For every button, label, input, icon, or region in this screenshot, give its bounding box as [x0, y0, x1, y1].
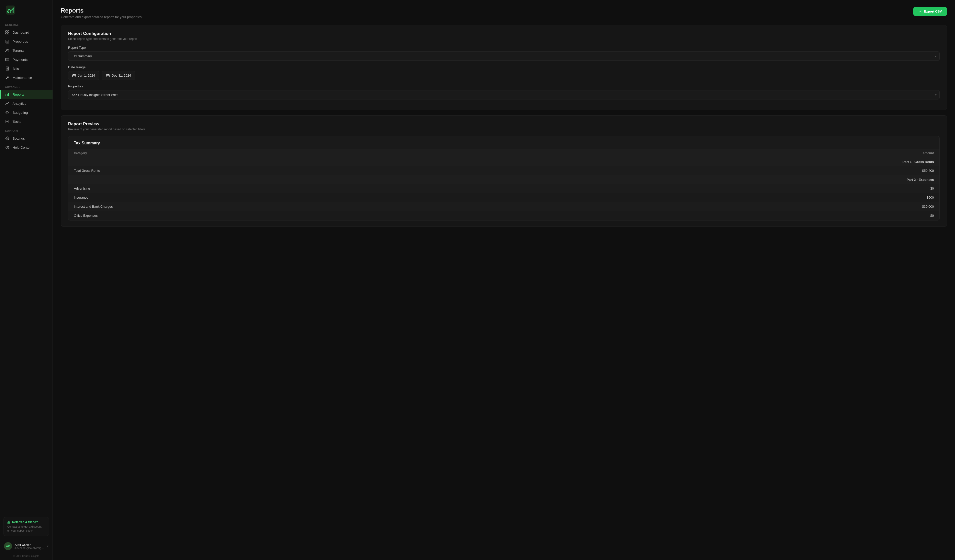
- sidebar-item-label: Maintenance: [13, 76, 32, 80]
- wrench-icon: [5, 75, 9, 80]
- main-content: Reports Generate and export detailed rep…: [53, 0, 955, 560]
- table-row: Insurance $600: [68, 193, 939, 202]
- row-amount: $0: [666, 184, 939, 193]
- properties-select[interactable]: 565 Hously Insights Street West All Prop…: [68, 90, 940, 100]
- svg-point-28: [7, 138, 8, 139]
- piggy-icon: [5, 110, 9, 115]
- check-square-icon: [5, 119, 9, 124]
- referral-box: Referred a friend? Contact us to get a d…: [3, 517, 49, 536]
- sidebar-item-label: Dashboard: [13, 31, 29, 34]
- referral-title: Referred a friend?: [7, 520, 45, 524]
- svg-point-26: [6, 112, 7, 112]
- sidebar-item-label: Reports: [13, 93, 24, 97]
- row-category: Interest and Bank Charges: [68, 202, 666, 211]
- sidebar-item-tenants[interactable]: Tenants: [0, 46, 53, 55]
- svg-rect-3: [13, 9, 14, 13]
- svg-rect-2: [10, 10, 11, 13]
- svg-rect-7: [8, 33, 9, 34]
- sidebar-item-maintenance[interactable]: Maintenance: [0, 73, 53, 82]
- row-amount: $50,400: [666, 166, 939, 175]
- sidebar-item-label: Settings: [13, 137, 25, 140]
- support-section-label: SUPPORT: [0, 126, 53, 134]
- sidebar-item-help[interactable]: Help Center: [0, 143, 53, 152]
- receipt-icon: [5, 66, 9, 71]
- building-icon: [5, 39, 9, 44]
- calendar-icon: [72, 74, 76, 77]
- table-section-header: Part 2 - Expenses: [68, 175, 939, 184]
- date-range-label: Date Range: [68, 65, 940, 69]
- user-email: alex.carter@houslyinsights.ca: [14, 547, 44, 549]
- table-row: Interest and Bank Charges $30,000: [68, 202, 939, 211]
- sidebar-item-settings[interactable]: Settings: [0, 134, 53, 143]
- date-start-button[interactable]: Jan 1, 2024: [68, 71, 99, 80]
- properties-group: Properties 565 Hously Insights Street We…: [68, 84, 940, 100]
- svg-rect-41: [106, 74, 109, 77]
- table-row: Office Expenses $0: [68, 211, 939, 220]
- sidebar-item-tasks[interactable]: Tasks: [0, 117, 53, 126]
- users-icon: [5, 48, 9, 53]
- logo: [0, 0, 53, 20]
- sidebar-item-analytics[interactable]: Analytics: [0, 99, 53, 108]
- sidebar-item-dashboard[interactable]: Dashboard: [0, 28, 53, 37]
- question-icon: [5, 145, 9, 150]
- properties-select-wrapper: 565 Hously Insights Street West All Prop…: [68, 90, 940, 100]
- svg-rect-24: [8, 93, 9, 96]
- sidebar-item-label: Help Center: [13, 146, 31, 150]
- svg-rect-4: [6, 31, 7, 32]
- gift-icon: [7, 521, 11, 524]
- sidebar-item-bills[interactable]: Bills: [0, 64, 53, 73]
- gear-icon: [5, 136, 9, 140]
- section-label: Part 1 - Gross Rents: [68, 158, 939, 166]
- page-title: Reports: [61, 7, 142, 14]
- sidebar-item-budgeting[interactable]: Budgeting: [0, 108, 53, 117]
- sidebar-item-reports[interactable]: Reports: [0, 90, 53, 99]
- col-category: Category: [68, 149, 666, 158]
- calendar-icon: [106, 74, 110, 77]
- svg-point-14: [6, 49, 8, 50]
- export-csv-button[interactable]: Export CSV: [913, 7, 947, 16]
- preview-card-subtitle: Preview of your generated report based o…: [68, 128, 940, 131]
- preview-card-title: Report Preview: [68, 122, 940, 126]
- row-category: Office Expenses: [68, 211, 666, 220]
- report-type-select-wrapper: Tax Summary Income Statement Expense Rep…: [68, 51, 940, 61]
- page-title-group: Reports Generate and export detailed rep…: [61, 7, 142, 19]
- svg-rect-1: [8, 12, 9, 13]
- sidebar-item-label: Bills: [13, 67, 19, 70]
- date-range-row: Jan 1, 2024 Dec 31, 2024: [68, 71, 940, 80]
- config-card-title: Report Configuration: [68, 31, 940, 36]
- properties-label: Properties: [68, 84, 940, 88]
- chevron-down-icon: ▾: [47, 544, 49, 548]
- sidebar-footer: © 2024 Hously Insights: [0, 553, 53, 560]
- sidebar-item-label: Tenants: [13, 49, 24, 53]
- row-amount: $600: [666, 193, 939, 202]
- sidebar-item-properties[interactable]: Properties: [0, 37, 53, 46]
- date-range-group: Date Range Jan 1, 2024 Dec 31, 2024: [68, 65, 940, 80]
- svg-rect-37: [73, 74, 76, 77]
- user-profile-row[interactable]: AC Alex Carter alex.carter@houslyinsight…: [0, 539, 53, 553]
- sidebar-item-label: Budgeting: [13, 111, 28, 114]
- line-chart-icon: [5, 101, 9, 106]
- general-section-label: GENERAL: [0, 20, 53, 28]
- page-header: Reports Generate and export detailed rep…: [61, 7, 947, 19]
- svg-point-15: [8, 49, 9, 50]
- svg-rect-18: [6, 60, 7, 60]
- date-end-button[interactable]: Dec 31, 2024: [102, 71, 135, 80]
- svg-rect-16: [6, 58, 9, 61]
- row-category: Insurance: [68, 193, 666, 202]
- table-row: Total Gross Rents $50,400: [68, 166, 939, 175]
- svg-rect-6: [6, 33, 7, 34]
- svg-rect-5: [8, 31, 9, 32]
- export-csv-label: Export CSV: [924, 9, 942, 13]
- svg-rect-22: [6, 94, 6, 96]
- row-amount: $30,000: [666, 202, 939, 211]
- date-end-value: Dec 31, 2024: [111, 73, 131, 77]
- report-inner-title: Tax Summary: [68, 136, 939, 149]
- referral-description: Contact us to get a discount on your sub…: [7, 525, 45, 533]
- report-type-select[interactable]: Tax Summary Income Statement Expense Rep…: [68, 51, 940, 61]
- user-info: Alex Carter alex.carter@houslyinsights.c…: [14, 543, 44, 549]
- advanced-section-label: ADVANCED: [0, 82, 53, 90]
- sidebar-item-label: Analytics: [13, 102, 26, 106]
- sidebar-item-payments[interactable]: Payments: [0, 55, 53, 64]
- bar-chart-icon: [5, 92, 9, 97]
- report-inner: Tax Summary Category Amount Part 1 - Gro…: [68, 136, 940, 220]
